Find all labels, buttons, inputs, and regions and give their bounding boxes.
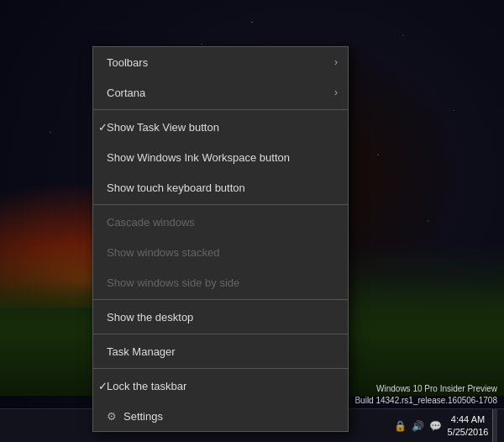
menu-item-settings[interactable]: ⚙ Settings bbox=[93, 401, 348, 431]
context-menu: Toolbars › Cortana › ✓ Show Task View bu… bbox=[92, 46, 349, 432]
menu-item-side-by-side: Show windows side by side bbox=[93, 267, 348, 297]
menu-item-task-view[interactable]: ✓ Show Task View button bbox=[93, 112, 348, 142]
submenu-arrow-icon: › bbox=[334, 87, 338, 98]
menu-item-label: Show windows stacked bbox=[107, 246, 219, 259]
menu-separator-1 bbox=[93, 109, 348, 110]
menu-item-label: Lock the taskbar bbox=[107, 380, 186, 392]
menu-separator-2 bbox=[93, 204, 348, 205]
show-desktop-button[interactable] bbox=[492, 409, 497, 443]
taskbar-time-display: 4:44 AM bbox=[447, 413, 489, 425]
menu-item-cortana[interactable]: Cortana › bbox=[93, 77, 348, 108]
menu-separator-4 bbox=[93, 334, 348, 334]
menu-item-task-manager[interactable]: Task Manager bbox=[93, 336, 348, 366]
menu-item-label: Show Task View button bbox=[107, 121, 219, 134]
menu-item-label: Show Windows Ink Workspace button bbox=[107, 151, 290, 164]
menu-separator-5 bbox=[93, 368, 348, 369]
menu-separator-3 bbox=[93, 299, 348, 300]
taskbar-system-icons: 🔒 🔊 💬 bbox=[394, 420, 442, 432]
network-icon: 🔒 bbox=[394, 420, 407, 432]
taskbar-clock[interactable]: 4:44 AM 5/25/2016 bbox=[447, 413, 489, 438]
menu-item-touch-keyboard[interactable]: Show touch keyboard button bbox=[93, 172, 348, 203]
menu-item-toolbars[interactable]: Toolbars › bbox=[93, 47, 348, 77]
menu-item-ink-workspace[interactable]: Show Windows Ink Workspace button bbox=[93, 142, 348, 172]
taskbar-date-display: 5/25/2016 bbox=[447, 426, 489, 438]
menu-item-label: Cascade windows bbox=[107, 216, 195, 229]
volume-icon[interactable]: 🔊 bbox=[412, 420, 424, 432]
menu-item-label: Task Manager bbox=[107, 345, 176, 358]
menu-item-label: Cortana bbox=[107, 87, 145, 99]
menu-item-label: Toolbars bbox=[107, 56, 148, 69]
menu-item-label: Show windows side by side bbox=[107, 276, 239, 289]
menu-item-label: Settings bbox=[123, 410, 163, 423]
menu-item-label: Show the desktop bbox=[107, 311, 193, 324]
menu-item-show-desktop[interactable]: Show the desktop bbox=[93, 302, 348, 332]
gear-icon: ⚙ bbox=[107, 410, 117, 423]
action-center-icon[interactable]: 💬 bbox=[429, 420, 442, 432]
menu-item-stacked: Show windows stacked bbox=[93, 237, 348, 267]
menu-item-label: Show touch keyboard button bbox=[107, 182, 245, 194]
menu-item-lock-taskbar[interactable]: ✓ Lock the taskbar bbox=[93, 371, 348, 401]
checkmark-icon: ✓ bbox=[98, 121, 108, 134]
submenu-arrow-icon: › bbox=[334, 56, 338, 68]
menu-item-cascade: Cascade windows bbox=[93, 207, 348, 237]
checkmark-icon: ✓ bbox=[98, 380, 108, 392]
